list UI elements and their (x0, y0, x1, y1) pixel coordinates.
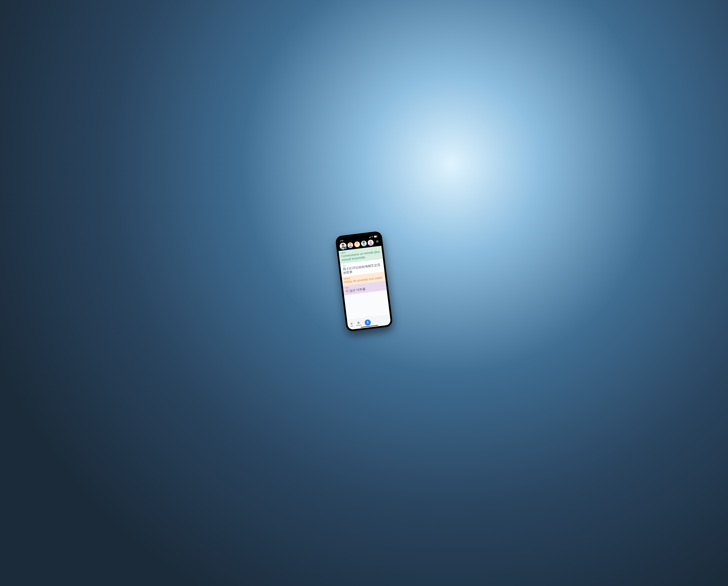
svg-point-23 (377, 241, 378, 242)
microphone-button[interactable] (364, 319, 371, 326)
accuracy-label: Accuracy (356, 324, 362, 326)
phone-frame: 9:41 A (335, 231, 393, 332)
microphone-icon (366, 321, 369, 324)
wifi-icon (371, 236, 373, 238)
svg-rect-26 (367, 321, 368, 323)
accuracy-button[interactable]: Accuracy (356, 321, 362, 326)
participant-avatar[interactable] (339, 242, 347, 250)
status-time: 9:41 (340, 239, 343, 242)
end-label: End (351, 325, 353, 327)
phone-screen: 9:41 A (337, 233, 391, 330)
participant-avatar[interactable] (354, 241, 360, 248)
target-icon (357, 321, 360, 324)
battery-icon (374, 235, 377, 237)
end-button[interactable]: End (350, 322, 354, 327)
conversation-list[interactable]: Albert Construisons un monde plus inclus… (339, 246, 390, 320)
participant-avatar[interactable] (367, 239, 374, 246)
participant-avatar[interactable] (361, 240, 367, 247)
participant-avatar[interactable] (347, 242, 354, 249)
svg-point-25 (358, 323, 359, 323)
scene-background: 9:41 A (0, 0, 728, 586)
close-icon (350, 322, 353, 325)
add-badge-icon (344, 247, 347, 250)
settings-button[interactable] (375, 239, 379, 244)
